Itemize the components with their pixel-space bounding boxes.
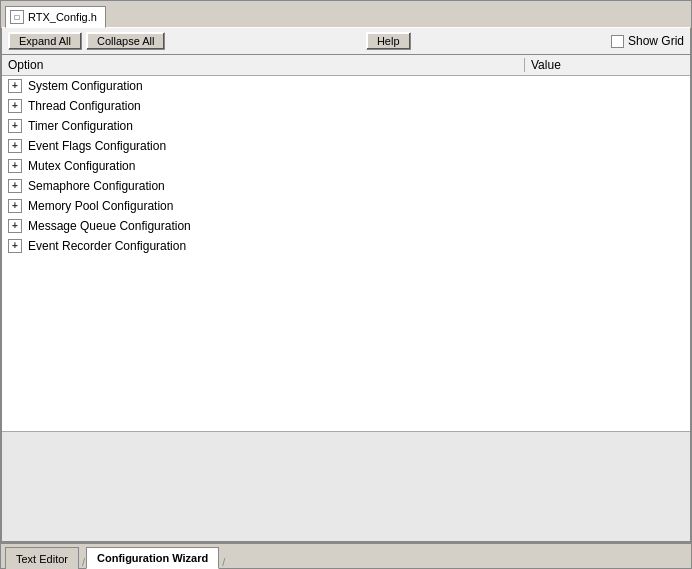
tab-text-editor-label: Text Editor — [16, 553, 68, 565]
bottom-panel — [2, 431, 690, 541]
tree-item[interactable]: +Event Flags Configuration — [2, 136, 690, 156]
tree-item-label: Event Recorder Configuration — [28, 239, 186, 253]
help-button[interactable]: Help — [366, 32, 411, 50]
expand-icon[interactable]: + — [8, 79, 22, 93]
show-grid-label: Show Grid — [628, 34, 684, 48]
tree-item[interactable]: +Event Recorder Configuration — [2, 236, 690, 256]
bottom-tabs: Text Editor / Configuration Wizard / — [1, 542, 691, 568]
tab-configuration-wizard[interactable]: Configuration Wizard — [86, 547, 219, 569]
show-grid-checkbox[interactable] — [611, 35, 624, 48]
expand-icon[interactable]: + — [8, 239, 22, 253]
tab-configuration-wizard-label: Configuration Wizard — [97, 552, 208, 564]
expand-icon[interactable]: + — [8, 179, 22, 193]
tree-item[interactable]: +Thread Configuration — [2, 96, 690, 116]
tree-list: +System Configuration+Thread Configurati… — [2, 76, 690, 431]
tree-item[interactable]: +Mutex Configuration — [2, 156, 690, 176]
tree-item-label: Timer Configuration — [28, 119, 133, 133]
tree-item[interactable]: +Message Queue Configuration — [2, 216, 690, 236]
tree-item[interactable]: +Semaphore Configuration — [2, 176, 690, 196]
file-tab-label: RTX_Config.h — [28, 11, 97, 23]
tree-item-label: Message Queue Configuration — [28, 219, 191, 233]
expand-icon[interactable]: + — [8, 159, 22, 173]
title-tab-bar: □ RTX_Config.h — [1, 1, 691, 27]
collapse-all-button[interactable]: Collapse All — [86, 32, 165, 50]
main-content: Option Value +System Configuration+Threa… — [1, 55, 691, 542]
expand-all-button[interactable]: Expand All — [8, 32, 82, 50]
main-window: □ RTX_Config.h Expand All Collapse All H… — [0, 0, 692, 569]
expand-icon[interactable]: + — [8, 199, 22, 213]
toolbar: Expand All Collapse All Help Show Grid — [1, 27, 691, 55]
expand-icon[interactable]: + — [8, 99, 22, 113]
option-column-header: Option — [8, 58, 524, 72]
tree-item-label: Thread Configuration — [28, 99, 141, 113]
expand-icon[interactable]: + — [8, 119, 22, 133]
tree-item-label: Memory Pool Configuration — [28, 199, 173, 213]
tab-end-slash: / — [221, 556, 226, 568]
tree-item[interactable]: +Memory Pool Configuration — [2, 196, 690, 216]
tab-text-editor[interactable]: Text Editor — [5, 547, 79, 569]
tree-item-label: System Configuration — [28, 79, 143, 93]
expand-icon[interactable]: + — [8, 219, 22, 233]
file-tab[interactable]: □ RTX_Config.h — [5, 6, 106, 28]
tree-item-label: Mutex Configuration — [28, 159, 135, 173]
file-icon: □ — [10, 10, 24, 24]
expand-icon[interactable]: + — [8, 139, 22, 153]
show-grid-area: Show Grid — [611, 34, 684, 48]
tree-item-label: Event Flags Configuration — [28, 139, 166, 153]
tree-item-label: Semaphore Configuration — [28, 179, 165, 193]
tree-item[interactable]: +Timer Configuration — [2, 116, 690, 136]
table-header: Option Value — [2, 55, 690, 76]
value-column-header: Value — [524, 58, 684, 72]
tree-item[interactable]: +System Configuration — [2, 76, 690, 96]
